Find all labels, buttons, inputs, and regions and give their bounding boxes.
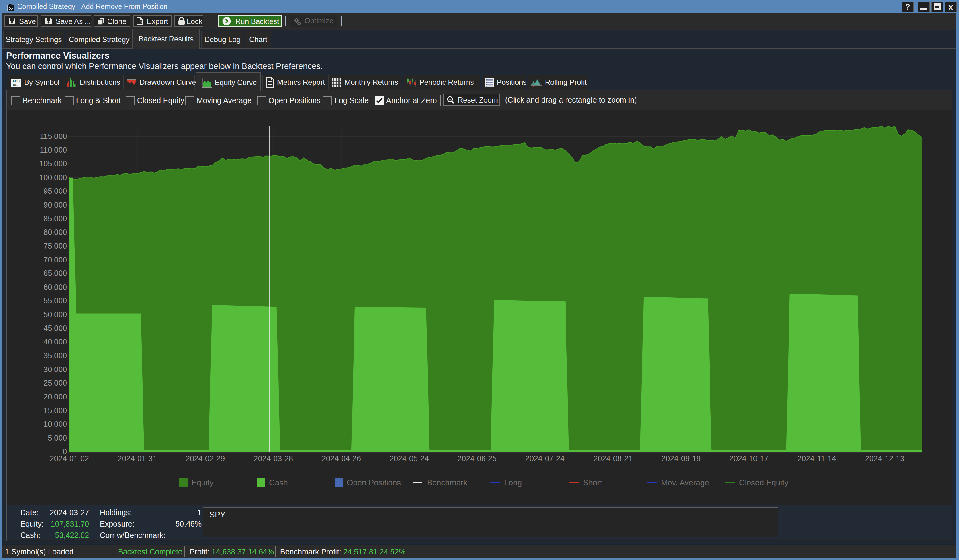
svg-text:2024-10-17: 2024-10-17 <box>729 454 769 463</box>
svg-text:Long: Long <box>504 478 522 487</box>
svg-text:Cash: Cash <box>269 478 288 487</box>
svg-text:Mov. Average: Mov. Average <box>661 478 709 487</box>
svg-text:2024-12-13: 2024-12-13 <box>865 454 904 463</box>
svg-text:85,000: 85,000 <box>44 214 67 223</box>
svg-text:10,000: 10,000 <box>44 420 67 428</box>
svg-text:2024-03-28: 2024-03-28 <box>254 454 293 463</box>
svg-text:Open Positions: Open Positions <box>347 478 401 487</box>
svg-text:50,000: 50,000 <box>44 310 67 319</box>
svg-text:110,000: 110,000 <box>40 146 67 154</box>
svg-text:90,000: 90,000 <box>44 200 67 209</box>
svg-text:40,000: 40,000 <box>44 337 67 346</box>
svg-text:2024-07-24: 2024-07-24 <box>525 454 565 463</box>
svg-text:2024-05-24: 2024-05-24 <box>389 454 429 463</box>
svg-text:30,000: 30,000 <box>44 365 67 374</box>
svg-text:70,000: 70,000 <box>44 255 67 264</box>
svg-text:DEF: DEF <box>13 83 20 87</box>
svg-text:Closed Equity: Closed Equity <box>739 478 788 487</box>
svg-text:2024-01-31: 2024-01-31 <box>118 454 157 463</box>
svg-text:25,000: 25,000 <box>44 379 67 387</box>
svg-text:20,000: 20,000 <box>44 392 67 401</box>
svg-text:Benchmark: Benchmark <box>427 478 468 487</box>
svg-text:5,000: 5,000 <box>48 434 67 442</box>
svg-text:Short: Short <box>583 478 602 487</box>
svg-text:ABC: ABC <box>13 79 20 83</box>
svg-text:15,000: 15,000 <box>44 406 67 415</box>
svg-text:45,000: 45,000 <box>44 324 67 332</box>
svg-text:105,000: 105,000 <box>39 159 67 168</box>
svg-text:2024-06-25: 2024-06-25 <box>457 454 497 463</box>
svg-text:2024-09-19: 2024-09-19 <box>661 454 701 463</box>
svg-text:80,000: 80,000 <box>44 228 67 236</box>
svg-text:65,000: 65,000 <box>44 269 67 278</box>
svg-text:2024-02-29: 2024-02-29 <box>186 454 225 463</box>
svg-text:60,000: 60,000 <box>44 283 67 291</box>
svg-text:2024-11-14: 2024-11-14 <box>797 454 836 463</box>
svg-text:115,000: 115,000 <box>40 132 67 141</box>
svg-text:2024-08-21: 2024-08-21 <box>593 454 633 463</box>
svg-text:55,000: 55,000 <box>44 296 67 305</box>
svg-text:?: ? <box>905 2 910 11</box>
svg-text:95,000: 95,000 <box>44 187 67 195</box>
svg-text:35,000: 35,000 <box>44 351 67 360</box>
svg-text:75,000: 75,000 <box>44 242 67 250</box>
svg-text:2024-01-02: 2024-01-02 <box>50 454 89 463</box>
svg-text:Equity: Equity <box>191 478 213 487</box>
svg-text:100,000: 100,000 <box>39 173 67 182</box>
svg-text:2024-04-26: 2024-04-26 <box>322 454 361 463</box>
svg-text:x: x <box>948 2 953 12</box>
